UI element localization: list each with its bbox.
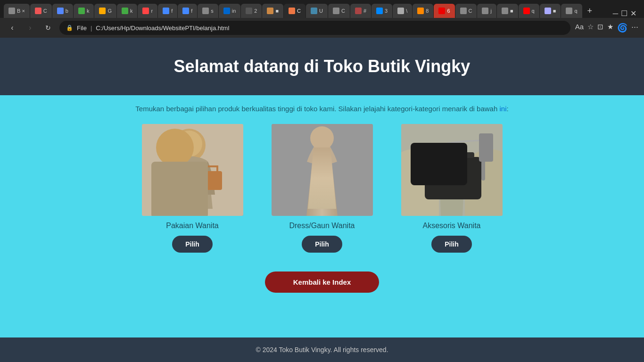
browser-tab[interactable]: q xyxy=(519,4,539,18)
more-button[interactable]: ⋯ xyxy=(631,23,638,33)
browser-tab[interactable]: \ xyxy=(393,4,412,18)
svg-rect-14 xyxy=(439,175,465,181)
forward-button[interactable]: › xyxy=(24,24,37,32)
browser-tab-bar: B × C b k G k r f f s in 2 ■ C U C # 3 \… xyxy=(0,0,644,18)
favorites-icon[interactable]: ★ xyxy=(607,23,613,33)
browser-tab[interactable]: U xyxy=(306,4,328,18)
category-card-pakaian: Pakaian Wanita Pilih xyxy=(142,124,243,253)
reload-button[interactable]: ↻ xyxy=(41,24,55,32)
pilih-aksesoris-button[interactable]: Pilih xyxy=(431,236,472,253)
category-name-pakaian: Pakaian Wanita xyxy=(166,222,218,230)
pilih-pakaian-button[interactable]: Pilih xyxy=(172,236,213,253)
maximize-button[interactable]: ☐ xyxy=(621,9,627,18)
site-header: Selamat datang di Toko Butik Vingky xyxy=(0,38,644,95)
browser-tab[interactable]: G xyxy=(94,4,116,18)
pakaian-svg xyxy=(142,124,243,216)
back-button[interactable]: ‹ xyxy=(6,24,19,32)
svg-rect-12 xyxy=(439,171,465,173)
pilih-dress-button[interactable]: Pilih xyxy=(302,236,342,253)
kembali-button[interactable]: Kembali ke Index xyxy=(265,272,380,293)
browser-tab[interactable]: k xyxy=(117,4,138,18)
category-image-dress xyxy=(272,124,373,216)
browser-tab[interactable]: j xyxy=(477,4,496,18)
categories-container: Pakaian Wanita Pilih xyxy=(142,124,503,253)
split-icon[interactable]: ⊡ xyxy=(597,23,603,33)
browser-tab[interactable]: ■ xyxy=(540,4,561,18)
browser-tab[interactable]: 3 xyxy=(372,4,392,18)
browser-tab[interactable]: C xyxy=(328,4,350,18)
browser-tab[interactable]: C xyxy=(30,4,52,18)
address-url: C:/Users/Hp/Downloads/WebsitePTI/belanja… xyxy=(96,25,229,32)
category-name-aksesoris: Aksesoris Wanita xyxy=(423,222,481,230)
browser-tab[interactable]: f xyxy=(158,4,177,18)
browser-tab[interactable]: ■ xyxy=(262,4,283,18)
protocol-label: File xyxy=(77,25,87,32)
category-card-dress: Dress/Gaun Wanita Pilih xyxy=(272,124,373,253)
dress-svg xyxy=(272,124,373,216)
page-title: Selamat datang di Toko Butik Vingky xyxy=(9,57,635,76)
browser-tab[interactable]: # xyxy=(350,4,371,18)
browser-tab[interactable]: f xyxy=(178,4,197,18)
browser-address-bar: ‹ › ↻ 🔒 File | C:/Users/Hp/Downloads/Web… xyxy=(0,18,644,38)
category-image-pakaian xyxy=(142,124,243,216)
lock-icon: 🔒 xyxy=(66,25,73,31)
browser-tab[interactable]: q xyxy=(561,4,582,18)
footer-text: © 2024 Toko Butik Vingky. All rights res… xyxy=(256,346,388,354)
browser-tab-active[interactable]: C xyxy=(284,4,305,18)
main-content: Temukan berbagai pilihan produk berkuali… xyxy=(0,95,644,337)
browser-tab[interactable]: r xyxy=(138,4,157,18)
aksesoris-svg xyxy=(401,124,503,216)
browser-tab[interactable]: 8 xyxy=(413,4,433,18)
svg-rect-8 xyxy=(272,124,373,216)
browser-chrome: B × C b k G k r f f s in 2 ■ C U C # 3 \… xyxy=(0,0,644,38)
browser-tab[interactable]: 2 xyxy=(241,4,262,18)
browser-tab[interactable]: 6 xyxy=(434,4,454,18)
browser-tab[interactable]: s xyxy=(198,4,218,18)
browser-tab[interactable]: C xyxy=(455,4,477,18)
address-field[interactable]: 🔒 File | C:/Users/Hp/Downloads/WebsitePT… xyxy=(59,21,570,35)
category-card-aksesoris: Aksesoris Wanita Pilih xyxy=(401,124,503,253)
close-button[interactable]: ✕ xyxy=(630,9,636,18)
edge-icon[interactable]: 🌀 xyxy=(617,23,627,33)
minimize-button[interactable]: ─ xyxy=(613,9,618,18)
browser-toolbar-icons: Aa ☆ ⊡ ★ 🌀 ⋯ xyxy=(575,23,638,33)
browser-tab[interactable]: b xyxy=(52,4,73,18)
category-name-dress: Dress/Gaun Wanita xyxy=(289,222,355,230)
browser-tab[interactable]: ■ xyxy=(497,4,518,18)
category-image-aksesoris xyxy=(401,124,503,216)
svg-point-7 xyxy=(313,128,331,147)
subtitle: Temukan berbagai pilihan produk berkuali… xyxy=(135,105,508,113)
reader-icon[interactable]: Aa xyxy=(575,23,584,33)
browser-tab[interactable]: in xyxy=(219,4,241,18)
browser-tab[interactable]: k xyxy=(74,4,94,18)
bookmark-icon[interactable]: ☆ xyxy=(587,23,594,33)
site-footer: © 2024 Toko Butik Vingky. All rights res… xyxy=(0,337,644,362)
svg-rect-5 xyxy=(142,124,243,216)
new-tab-button[interactable]: + xyxy=(583,4,597,18)
page-wrapper: Selamat datang di Toko Butik Vingky Temu… xyxy=(0,38,644,362)
address-separator: | xyxy=(91,25,92,32)
browser-tab[interactable]: B × xyxy=(4,4,30,18)
svg-rect-15 xyxy=(401,124,503,216)
